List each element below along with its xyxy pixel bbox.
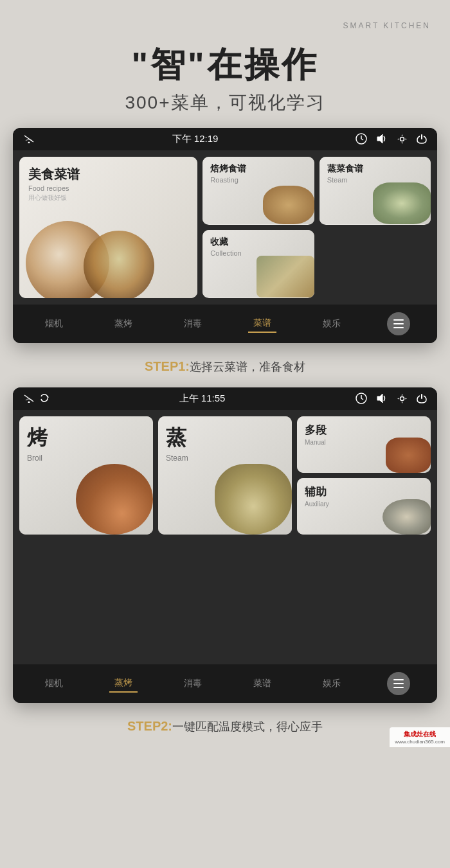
nav-menu-btn-2[interactable] [387, 672, 410, 695]
svg-point-6 [401, 137, 404, 141]
manual-inner: 多段 Manual [297, 416, 431, 473]
auxiliary-card[interactable]: 辅助 Auxiliary [297, 478, 431, 535]
step1-section: STEP1:选择云菜谱，准备食材 [0, 343, 450, 387]
nav-item-2-3[interactable]: 消毒 [179, 675, 207, 692]
nav-menu-btn-1[interactable] [387, 312, 410, 335]
hero-subtitle: 300+菜单，可视化学习 [13, 91, 437, 115]
status-time-1: 下午 12:19 [172, 133, 219, 145]
manual-card[interactable]: 多段 Manual [297, 416, 431, 473]
svg-line-7 [24, 395, 33, 402]
nav-item-1-2[interactable]: 蒸烤 [109, 315, 138, 332]
status-right-1 [356, 133, 427, 145]
svg-marker-5 [377, 134, 382, 143]
refresh-icon [40, 394, 49, 403]
roasting-inner: 焙烤食谱 Roasting [203, 157, 314, 224]
hero-title: "智"在操作 [13, 44, 437, 85]
wifi-off-icon [23, 134, 35, 143]
watermark-line1: 集成灶在线 [404, 730, 436, 739]
steak-food-img [386, 438, 431, 473]
page-wrapper: SMART KITCHEN "智"在操作 300+菜单，可视化学习 下午 12:… [0, 0, 450, 766]
status-bar-1: 下午 12:19 [13, 128, 437, 150]
steam-cook-card[interactable]: 蒸 Steam [158, 416, 292, 535]
watermark-line2: www.chudian365.com [395, 739, 445, 745]
wifi-off-icon-2 [23, 394, 35, 403]
watermark: 集成灶在线 www.chudian365.com [390, 727, 450, 747]
steam-food-img [373, 182, 431, 224]
chicken-food-img [76, 464, 153, 535]
nav-item-1-4[interactable]: 菜谱 [248, 315, 276, 333]
status-right-2 [356, 393, 427, 404]
collection-inner: 收藏 Collection [203, 230, 314, 297]
nav-item-1-5[interactable]: 娱乐 [318, 315, 346, 332]
nav-item-2-1[interactable]: 烟机 [40, 675, 68, 692]
svg-marker-13 [377, 394, 382, 403]
recipe-grid: 美食菜谱 Food recipes 用心做顿好饭 焙烤食谱 Roa [19, 157, 431, 298]
bottom-nav-2: 烟机 蒸烤 消毒 菜谱 娱乐 [13, 664, 437, 703]
cooking-grid: 烤 Broil 蒸 Steam 多段 Manua [13, 410, 437, 664]
roasting-card[interactable]: 焙烤食谱 Roasting [203, 157, 314, 225]
status-left-2 [23, 394, 49, 403]
steam-cook-inner: 蒸 Steam [158, 416, 292, 535]
crab-food-img [215, 464, 292, 535]
nav-item-2-5[interactable]: 娱乐 [318, 675, 346, 692]
bottom-nav-1: 烟机 蒸烤 消毒 菜谱 娱乐 [13, 305, 437, 343]
step2-num: STEP2: [127, 719, 172, 733]
collection-title-cn: 收藏 [210, 236, 306, 248]
steam-cook-title-en: Steam [166, 454, 284, 463]
steam-title-cn: 蒸菜食谱 [327, 163, 423, 175]
broil-title-cn: 烤 [27, 424, 145, 452]
main-card-title-en: Food recipes [28, 184, 188, 192]
nav-item-1-3[interactable]: 消毒 [179, 315, 207, 332]
brand-label: SMART KITCHEN [343, 21, 431, 30]
gear-icon-2 [397, 393, 408, 404]
main-recipe-card[interactable]: 美食菜谱 Food recipes 用心做顿好饭 [19, 157, 197, 298]
auxiliary-inner: 辅助 Auxiliary [297, 478, 431, 535]
step1-text: STEP1:选择云菜谱，准备食材 [13, 359, 437, 375]
nav-item-2-2[interactable]: 蒸烤 [109, 675, 138, 693]
status-bar-2: 上午 11:55 [13, 387, 437, 410]
step1-desc: 选择云菜谱，准备食材 [190, 360, 305, 373]
speaker-icon-2 [376, 393, 388, 403]
broil-card[interactable]: 烤 Broil [19, 416, 153, 535]
roasting-title-en: Roasting [210, 176, 306, 184]
top-header: SMART KITCHEN [0, 0, 450, 37]
step2-section: STEP2:一键匹配温度模式，得心应手 集成灶在线 www.chudian365… [0, 703, 450, 747]
device-screen-2: 上午 11:55 [13, 387, 437, 703]
speaker-icon [376, 134, 388, 144]
broil-title-en: Broil [27, 454, 145, 463]
screen-content-1: 美食菜谱 Food recipes 用心做顿好饭 焙烤食谱 Roa [13, 150, 437, 305]
svg-line-0 [24, 136, 33, 142]
main-card-bg: 美食菜谱 Food recipes 用心做顿好饭 [19, 157, 197, 298]
power-icon-2 [417, 393, 427, 403]
svg-point-14 [401, 396, 404, 400]
auxiliary-title-cn: 辅助 [305, 484, 423, 499]
power-icon-1 [417, 134, 427, 144]
nav-item-1-1[interactable]: 烟机 [40, 315, 68, 332]
step1-num: STEP1: [145, 359, 190, 373]
svg-point-1 [28, 142, 30, 144]
main-card-title-cn: 美食菜谱 [28, 166, 188, 183]
right-col: 多段 Manual 辅助 Auxiliary [297, 416, 431, 535]
nav-item-2-4[interactable]: 菜谱 [248, 675, 276, 692]
clock-icon-2 [356, 393, 367, 404]
roasting-title-cn: 焙烤食谱 [210, 163, 306, 175]
device-screen-1: 下午 12:19 [13, 128, 437, 343]
status-time-2: 上午 11:55 [179, 393, 226, 405]
collection-food-img [256, 256, 314, 297]
hero-section: "智"在操作 300+菜单，可视化学习 [0, 37, 450, 128]
clock-icon [356, 133, 367, 145]
gear-icon-1 [397, 134, 408, 145]
step2-text: STEP2:一键匹配温度模式，得心应手 [13, 719, 437, 734]
svg-line-12 [361, 398, 363, 400]
broil-inner: 烤 Broil [19, 416, 153, 535]
manual-title-cn: 多段 [305, 423, 423, 438]
roasting-food-img [263, 186, 314, 224]
svg-point-8 [28, 402, 30, 403]
status-left-1 [23, 134, 35, 143]
fish-food-img [382, 499, 431, 535]
collection-card[interactable]: 收藏 Collection [203, 230, 314, 298]
svg-line-4 [361, 139, 363, 140]
step2-desc: 一键匹配温度模式，得心应手 [172, 720, 323, 733]
steam-inner: 蒸菜食谱 Steam [320, 157, 431, 224]
steam-recipe-card[interactable]: 蒸菜食谱 Steam [320, 157, 431, 225]
